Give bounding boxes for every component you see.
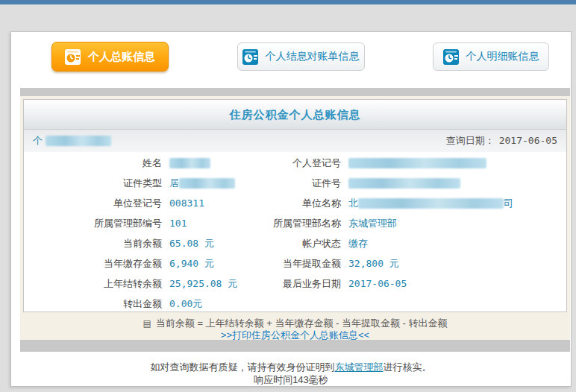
query-date-label: 查询日期： <box>446 135 495 146</box>
field-label: 上年结转余额 <box>24 277 162 291</box>
content-region: 住房公积金个人总账信息 个 查询日期：2017-06-05 姓名 个人登记号 <box>20 96 570 340</box>
field-row: 当年缴存金额 6,940 元 当年提取金额 32,800 元 <box>24 253 566 274</box>
footer-line1: 如对查询数据有质疑，请持有效身份证明到东城管理部进行核实。 <box>11 361 571 373</box>
redacted-value <box>348 158 486 168</box>
response-time: 响应时间143毫秒 <box>11 373 571 386</box>
report-icon <box>242 49 258 65</box>
field-label: 当前余额 <box>24 237 162 250</box>
field-label: 转出金额 <box>24 297 162 311</box>
tab-label: 个人明细账信息 <box>466 50 539 63</box>
field-value: 0.00元 <box>162 297 266 311</box>
field-value <box>341 157 566 168</box>
separator-bar-top <box>20 88 570 96</box>
field-value: 32,800 元 <box>341 257 566 271</box>
field-value: 101 <box>162 218 266 229</box>
balance-formula: ▤当前余额 = 上年结转余额 + 当年缴存金额 - 当年提取金额 - 转出金额 … <box>20 317 570 341</box>
field-value: 缴存 <box>341 237 566 250</box>
field-label: 单位名称 <box>266 197 341 210</box>
field-label: 帐户状态 <box>266 237 341 250</box>
field-label: 证件号 <box>266 177 341 190</box>
field-value-text: 司 <box>504 197 513 209</box>
query-date-value: 2017-06-05 <box>499 135 557 146</box>
tab-label: 个人总账信息 <box>88 50 155 64</box>
notice-text: 进行核实。 <box>384 361 432 373</box>
field-value: 东城管理部 <box>341 217 566 230</box>
footer-notice: 如对查询数据有质疑，请持有效身份证明到东城管理部进行核实。 响应时间143毫秒 <box>11 352 571 387</box>
field-table: 姓名 个人登记号 证件类型 居 证件号 单位登记号 008311 单位名称 北司 <box>24 153 566 314</box>
redacted-value <box>169 158 210 168</box>
account-info-card: 住房公积金个人总账信息 个 查询日期：2017-06-05 姓名 个人登记号 <box>23 99 567 312</box>
notice-text: 如对查询数据有质疑，请持有效身份证明到 <box>151 361 335 373</box>
field-row: 转出金额 0.00元 <box>24 294 566 314</box>
page-title: 住房公积金个人总账信息 <box>24 100 566 130</box>
field-label: 单位登记号 <box>24 197 162 210</box>
field-label: 所属管理部名称 <box>266 217 341 230</box>
main-panel: 个人总账信息 个人结息对账单信息 <box>10 31 572 387</box>
person-prefix: 个 <box>33 135 43 146</box>
redacted-value <box>179 178 235 189</box>
field-label: 当年提取金额 <box>266 257 341 271</box>
tab-label: 个人结息对账单信息 <box>266 50 360 63</box>
formula-line: ▤当前余额 = 上年结转余额 + 当年缴存金额 - 当年提取金额 - 转出金额 <box>20 317 570 329</box>
field-value: 65.08 元 <box>162 237 266 250</box>
report-icon <box>65 49 81 65</box>
field-row: 上年结转余额 25,925.08 元 最后业务日期 2017-06-05 <box>24 274 566 294</box>
separator-bar-bottom <box>20 340 570 352</box>
field-row: 当前余额 65.08 元 帐户状态 缴存 <box>24 233 566 253</box>
field-label: 姓名 <box>24 157 162 170</box>
redacted-value <box>46 136 111 146</box>
field-value: 008311 <box>162 197 266 209</box>
form-note-icon: ▤ <box>143 318 151 329</box>
field-label: 当年缴存金额 <box>24 257 162 271</box>
field-value <box>341 177 566 189</box>
info-row: 个 查询日期：2017-06-05 <box>24 130 566 152</box>
tab-personal-detail-ledger[interactable]: 个人明细账信息 <box>433 42 549 71</box>
tab-bar: 个人总账信息 个人结息对账单信息 <box>51 39 549 74</box>
field-row: 所属管理部编号 101 所属管理部名称 东城管理部 <box>24 213 566 233</box>
dept-link[interactable]: 东城管理部 <box>335 361 384 373</box>
tab-personal-general-ledger[interactable]: 个人总账信息 <box>51 42 169 72</box>
field-label: 证件类型 <box>24 177 162 190</box>
formula-text: 当前余额 = 上年结转余额 + 当年缴存金额 - 当年提取金额 - 转出金额 <box>156 317 448 329</box>
field-value: 居 <box>162 177 266 190</box>
query-date: 查询日期：2017-06-05 <box>446 134 557 148</box>
field-value <box>162 157 266 168</box>
print-ledger-link[interactable]: >>打印住房公积金个人总账信息<< <box>221 329 369 341</box>
tab-personal-interest-statement[interactable]: 个人结息对账单信息 <box>237 42 365 71</box>
field-row: 单位登记号 008311 单位名称 北司 <box>24 193 566 213</box>
field-row: 姓名 个人登记号 <box>24 153 566 173</box>
report-icon <box>443 49 459 65</box>
field-value: 2017-06-05 <box>341 278 566 289</box>
redacted-value <box>358 198 504 209</box>
field-value-text: 北 <box>348 197 358 209</box>
field-label: 个人登记号 <box>266 157 341 170</box>
field-value: 北司 <box>341 197 566 210</box>
redacted-value <box>348 178 460 189</box>
field-row: 证件类型 居 证件号 <box>24 173 566 193</box>
top-accent-bar <box>0 0 576 4</box>
field-value: 25,925.08 元 <box>162 277 266 291</box>
person-identity: 个 <box>33 134 111 148</box>
field-value: 6,940 元 <box>162 257 266 271</box>
field-label: 所属管理部编号 <box>24 217 162 230</box>
field-value-text: 居 <box>169 177 179 189</box>
field-label: 最后业务日期 <box>266 277 341 291</box>
